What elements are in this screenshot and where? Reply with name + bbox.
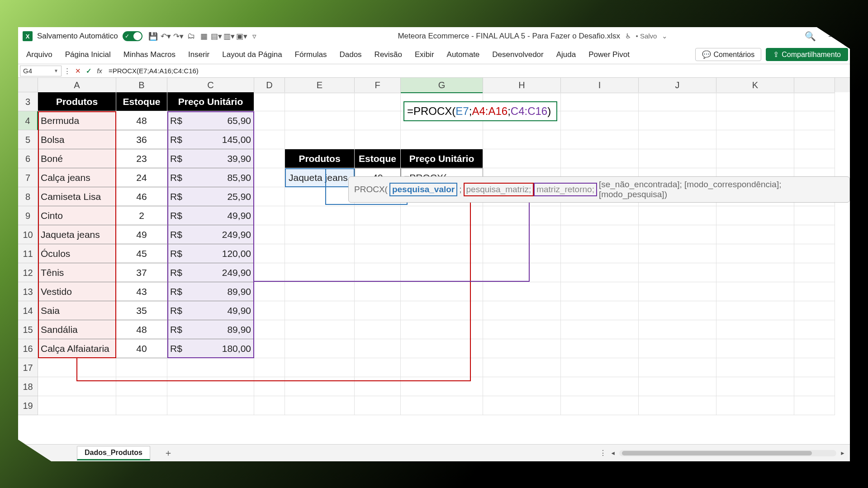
cell[interactable] (355, 282, 401, 301)
ribbon-tab[interactable]: Layout da Página (216, 47, 288, 63)
cell[interactable] (254, 149, 285, 168)
cell[interactable] (794, 301, 835, 320)
table-cell[interactable]: Calça Alfaiataria (38, 339, 116, 358)
ribbon-tab[interactable]: Ajuda (550, 47, 582, 63)
row-header[interactable]: 5 (18, 130, 38, 149)
column-header[interactable]: D (254, 78, 285, 93)
cell[interactable] (355, 92, 401, 111)
table-cell[interactable]: 37 (116, 263, 167, 282)
cell[interactable] (285, 244, 355, 263)
cell[interactable] (116, 396, 167, 415)
cell[interactable] (116, 377, 167, 396)
scroll-left-icon[interactable]: ◄ (610, 450, 616, 456)
cell[interactable] (355, 244, 401, 263)
tooltip-arg3[interactable]: matriz_retorno; (534, 183, 597, 196)
cell[interactable] (483, 206, 561, 225)
cell[interactable] (401, 377, 483, 396)
cell[interactable] (716, 149, 794, 168)
table-cell[interactable]: R$180,00 (167, 339, 254, 358)
cancel-icon[interactable]: ✕ (72, 66, 83, 76)
row-header[interactable]: 14 (18, 301, 38, 320)
table-cell[interactable]: R$249,90 (167, 263, 254, 282)
table-cell[interactable]: 49 (116, 225, 167, 244)
cell[interactable] (285, 320, 355, 339)
cell[interactable] (794, 92, 835, 111)
cell[interactable] (483, 396, 561, 415)
table-cell[interactable]: 43 (116, 282, 167, 301)
cell[interactable] (794, 282, 835, 301)
table-cell[interactable]: 45 (116, 244, 167, 263)
cell[interactable] (254, 92, 285, 111)
fx-icon[interactable]: fx (94, 66, 105, 76)
cell[interactable] (254, 358, 285, 377)
cell[interactable] (483, 377, 561, 396)
cell[interactable] (794, 263, 835, 282)
cell[interactable] (639, 225, 716, 244)
table-cell[interactable]: 2 (116, 206, 167, 225)
table-cell[interactable]: Vestido (38, 282, 116, 301)
table-cell[interactable]: R$49,90 (167, 301, 254, 320)
cell[interactable] (254, 168, 285, 187)
cell[interactable] (167, 396, 254, 415)
column-header[interactable]: E (285, 78, 355, 93)
cell[interactable] (639, 263, 716, 282)
cell[interactable] (716, 244, 794, 263)
add-sheet-icon[interactable]: ＋ (164, 447, 173, 459)
ribbon-tab[interactable]: Fórmulas (289, 47, 333, 63)
table-cell[interactable]: 24 (116, 168, 167, 187)
cell[interactable] (561, 225, 639, 244)
cell[interactable] (561, 282, 639, 301)
row-header[interactable]: 6 (18, 149, 38, 168)
mini-table-header[interactable]: Preço Unitário (401, 149, 483, 168)
table-cell[interactable]: Saia (38, 301, 116, 320)
row-header[interactable]: 16 (18, 339, 38, 358)
cell[interactable] (401, 339, 483, 358)
table-cell[interactable]: 36 (116, 130, 167, 149)
cell[interactable] (561, 339, 639, 358)
accessibility-icon[interactable]: ♿︎ (625, 32, 631, 40)
table-cell[interactable]: Bolsa (38, 130, 116, 149)
cell[interactable] (254, 130, 285, 149)
cell[interactable] (794, 320, 835, 339)
table-cell[interactable]: 23 (116, 149, 167, 168)
cell[interactable] (355, 320, 401, 339)
cell[interactable] (639, 244, 716, 263)
cell[interactable] (561, 377, 639, 396)
cell[interactable] (794, 149, 835, 168)
cell[interactable] (116, 358, 167, 377)
table-cell[interactable]: R$89,90 (167, 320, 254, 339)
cell[interactable] (639, 339, 716, 358)
cell[interactable] (716, 206, 794, 225)
cell[interactable] (794, 130, 835, 149)
select-all-corner[interactable] (18, 78, 38, 92)
table-cell[interactable]: R$120,00 (167, 244, 254, 263)
formula-input[interactable] (105, 66, 848, 76)
row-header[interactable]: 11 (18, 244, 38, 263)
ribbon-tab[interactable]: Inserir (182, 47, 216, 63)
cell[interactable] (254, 206, 285, 225)
row-header[interactable]: 10 (18, 225, 38, 244)
cell[interactable] (401, 244, 483, 263)
table-cell[interactable]: R$25,90 (167, 187, 254, 206)
spreadsheet-grid[interactable]: ABCDEFGHIJK 345678910111213141516171819 … (18, 78, 850, 444)
cell[interactable] (716, 282, 794, 301)
cell[interactable] (794, 111, 835, 130)
cell[interactable] (355, 301, 401, 320)
row-header[interactable]: 13 (18, 282, 38, 301)
table-cell[interactable]: Jaqueta jeans (38, 225, 116, 244)
row-header[interactable]: 12 (18, 263, 38, 282)
table-header[interactable]: Produtos (38, 92, 116, 111)
enter-icon[interactable]: ✓ (83, 66, 94, 76)
cell[interactable] (254, 377, 285, 396)
ribbon-tab[interactable]: Revisão (368, 47, 408, 63)
table-header[interactable]: Preço Unitário (167, 92, 254, 111)
row-header[interactable]: 8 (18, 187, 38, 206)
column-header[interactable]: I (561, 78, 639, 93)
row-header[interactable]: 19 (18, 396, 38, 415)
cell[interactable] (716, 225, 794, 244)
cell[interactable] (483, 358, 561, 377)
cell[interactable] (401, 320, 483, 339)
comments-button[interactable]: 💬 Comentários (695, 48, 762, 61)
cell[interactable] (639, 320, 716, 339)
cell[interactable] (285, 130, 355, 149)
